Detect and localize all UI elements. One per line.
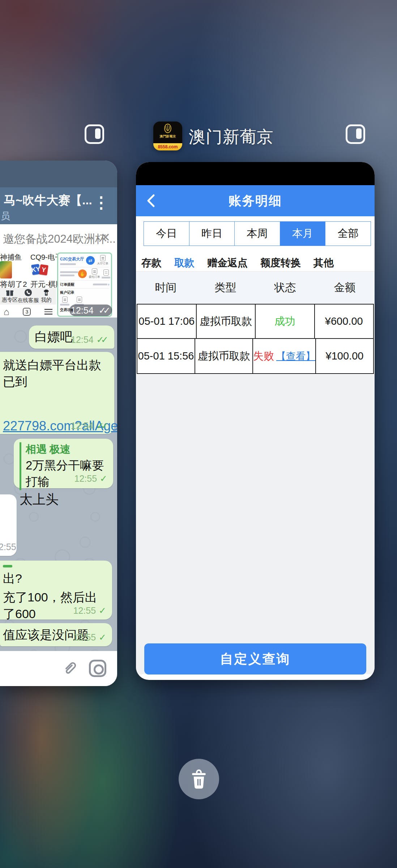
photo-message[interactable]: 神捕鱼 CQ9-电子 KY Y 将胡了2 开元-棋牌 惠专区 在线客服 8 我的… xyxy=(0,252,117,318)
hamburger-icon xyxy=(44,307,52,316)
tab-this-week[interactable]: 本周 xyxy=(234,222,280,246)
table-header-row: 时间 类型 状态 金额 xyxy=(136,271,375,304)
doc-icon xyxy=(103,269,109,276)
incoming-message-cropped[interactable]: 2:55 xyxy=(0,494,17,556)
mahjong-game-icon xyxy=(0,261,12,278)
casino-app-icon[interactable]: 澳門新葡京 8558.com xyxy=(153,122,182,150)
col-amount: 金额 xyxy=(315,280,375,295)
outgoing-message[interactable]: 就送白嫖平台出款已到 227798.com?allAgent 12:54✓✓ xyxy=(0,352,114,434)
account-detail-header: 账务明细 xyxy=(136,185,375,216)
sent-ticks: ✓✓ xyxy=(97,335,108,345)
back-icon[interactable] xyxy=(146,194,155,208)
tab-this-month[interactable]: 本月 xyxy=(280,222,325,246)
photo-timestamp-badge: 12:54✓✓ xyxy=(69,305,112,316)
outgoing-message[interactable]: 白嫖吧 12:54✓✓ xyxy=(29,326,114,349)
casino-statusbar xyxy=(136,162,375,185)
game-label-fish: 神捕鱼 xyxy=(0,252,22,262)
camera-icon[interactable] xyxy=(89,660,106,677)
delete-all-button[interactable] xyxy=(179,759,219,799)
cell-amount: ¥100.00 xyxy=(315,339,373,373)
cell-time: 05-01 15:56 xyxy=(137,339,195,373)
pinned-message-bar[interactable]: 邀您备战2024欧洲杯... × xyxy=(0,224,117,252)
mini-browser-bar: ⌂ 3 xyxy=(0,306,56,318)
quote-bar-remnant xyxy=(3,565,12,567)
menu-mine-item: 8 我的 xyxy=(38,289,56,304)
menu-gift-item: 惠专区 xyxy=(1,289,19,304)
cell-amount: ¥600.00 xyxy=(314,305,373,338)
adjacent-app-icon-right[interactable] xyxy=(346,124,365,144)
telegram-app-card[interactable]: 马~吹牛大赛【... 员 ⋮ 邀您备战2024欧洲杯... × 神捕鱼 CQ9-… xyxy=(0,161,117,686)
table-row: 05-01 15:56 虚拟币取款 失败 【查看】 ¥100.00 xyxy=(137,339,374,374)
chat-members-label: 员 xyxy=(1,210,10,222)
telegram-statusbar xyxy=(0,161,117,187)
tab-other[interactable]: 其他 xyxy=(313,256,334,270)
tab-withdraw[interactable]: 取款 xyxy=(174,256,195,270)
date-range-tabs: 今日 昨日 本周 本月 全部 xyxy=(144,221,371,246)
tab-count-icon: 3 xyxy=(23,308,31,316)
page-title: 账务明细 xyxy=(229,192,282,209)
sent-ticks: ✓ xyxy=(99,632,106,642)
tab-bonus-rebate[interactable]: 赠金返点 xyxy=(207,256,248,270)
sent-ticks: ✓ xyxy=(100,473,107,484)
cell-status-success: 成功 xyxy=(255,305,314,338)
ky-tile-y: Y xyxy=(39,264,48,276)
pinned-message-text: 邀您备战2024欧洲杯... xyxy=(3,231,116,247)
empty-list-area xyxy=(136,375,375,674)
outgoing-message[interactable]: 值应该是没问题 12:55✓ xyxy=(0,623,112,646)
menu-service-item: 在线客服 xyxy=(19,289,38,304)
ky-logo-icon: KY Y xyxy=(31,264,50,276)
lotus-emblem-icon xyxy=(161,123,174,134)
home-icon: ⌂ xyxy=(4,307,9,316)
sent-ticks: ✓✓ xyxy=(97,421,108,431)
mini-menu-strip: 惠专区 在线客服 8 我的 xyxy=(0,288,56,305)
telegram-chat-header: 马~吹牛大赛【... 员 ⋮ xyxy=(0,187,117,224)
c2c-title: C2C交易大厅 xyxy=(60,256,84,262)
outgoing-message-with-quote[interactable]: 相遇 极速 2万黑分干嘛要打输 太上头 12:55✓ xyxy=(14,439,113,488)
message-input-bar[interactable] xyxy=(0,651,117,686)
switcher-app-title: 澳门新葡京 xyxy=(189,126,274,148)
phone-icon xyxy=(24,289,32,297)
cell-time: 05-01 17:06 xyxy=(137,305,196,338)
tab-yesterday[interactable]: 昨日 xyxy=(189,222,235,246)
order-remind-label: 订单提醒 xyxy=(60,282,74,287)
app-icon-domain: 8558.com xyxy=(153,143,182,150)
svg-text:8: 8 xyxy=(46,292,47,295)
read-ticks: ✓✓ xyxy=(99,305,111,316)
doc-icon xyxy=(92,268,97,275)
tab-deposit[interactable]: 存款 xyxy=(141,256,162,270)
tab-quota-transfer[interactable]: 额度转换 xyxy=(260,256,301,270)
table-row: 05-01 17:06 虚拟币取款 成功 ¥600.00 xyxy=(137,304,374,339)
trash-icon xyxy=(189,769,209,790)
custom-query-button[interactable]: 自定义查询 xyxy=(144,643,366,675)
tab-today[interactable]: 今日 xyxy=(144,222,189,246)
hand-icon: ✋ xyxy=(78,269,87,278)
account-record-label: 账户记录 xyxy=(60,290,104,295)
jersey-icon: 8 xyxy=(42,289,50,296)
category-tabs: 存款 取款 赠金返点 额度转换 其他 xyxy=(141,255,334,271)
tab-all[interactable]: 全部 xyxy=(325,222,371,246)
outgoing-message[interactable]: 出? 充了100，然后出了600 12:55✓ xyxy=(0,561,112,620)
cell-type: 虚拟币取款 xyxy=(195,339,252,373)
app-icon-name: 澳門新葡京 xyxy=(160,134,176,139)
casino-app-card[interactable]: 账务明细 今日 昨日 本周 本月 全部 存款 取款 赠金返点 额度转换 其他 时… xyxy=(136,162,375,680)
cell-status-failed: 失败 【查看】 xyxy=(252,339,315,373)
paperclip-icon[interactable] xyxy=(61,659,79,677)
sent-ticks: ✓ xyxy=(99,605,106,616)
chat-title: 马~吹牛大赛【... xyxy=(4,192,92,209)
chat-scroll-area[interactable]: 白嫖吧 12:54✓✓ 就送白嫖平台出款已到 227798.com?allAge… xyxy=(0,318,117,651)
calendar-icon xyxy=(100,255,106,261)
col-time: 时间 xyxy=(136,280,196,295)
close-icon[interactable]: × xyxy=(101,229,110,246)
cell-type: 虚拟币取款 xyxy=(196,305,255,338)
view-detail-link[interactable]: 【查看】 xyxy=(276,350,315,363)
gift-icon xyxy=(6,289,14,296)
chevron-right-icon: › xyxy=(108,282,109,286)
adjacent-app-icon-left[interactable] xyxy=(85,124,104,144)
col-status: 状态 xyxy=(255,280,315,295)
swap-icon: ⇄ xyxy=(86,256,95,265)
more-menu-icon[interactable]: ⋮ xyxy=(93,193,109,212)
col-type: 类型 xyxy=(196,280,255,295)
